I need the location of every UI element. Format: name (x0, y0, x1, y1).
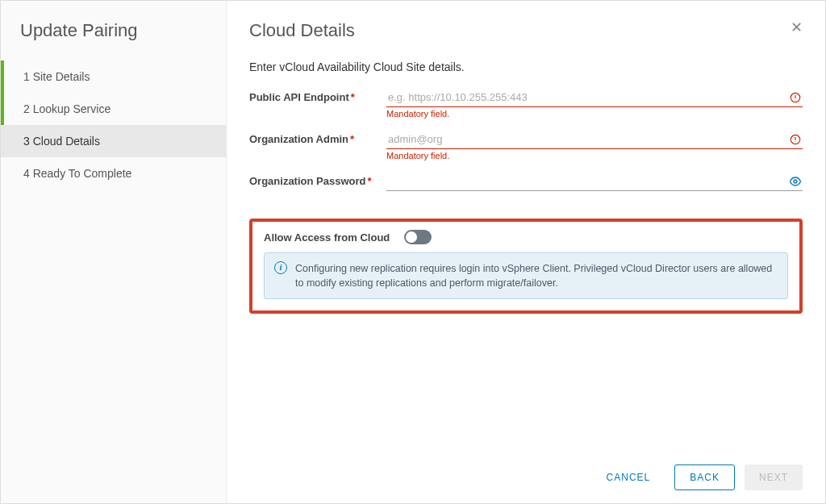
organization-admin-input[interactable] (386, 130, 788, 148)
organization-password-input[interactable] (386, 172, 788, 190)
allow-access-toggle[interactable] (404, 230, 432, 244)
info-icon: i (274, 261, 287, 274)
required-marker: * (350, 133, 354, 145)
step-cloud-details[interactable]: 3 Cloud Details (1, 125, 226, 157)
wizard-main: Cloud Details ✕ Enter vCloud Availabilit… (227, 1, 825, 503)
back-button[interactable]: BACK (674, 464, 735, 490)
close-icon: ✕ (791, 19, 803, 35)
info-box: i Configuring new replication requires l… (264, 252, 788, 299)
field-organization-password (386, 172, 803, 191)
close-button[interactable]: ✕ (791, 20, 803, 35)
allow-access-label: Allow Access from Cloud (264, 231, 390, 244)
svg-point-2 (795, 99, 795, 100)
error-message-endpoint: Mandatory field. (386, 109, 803, 119)
error-icon (788, 90, 803, 105)
info-message: Configuring new replication requires log… (295, 261, 778, 290)
wizard-modal: Update Pairing 1 Site Details 2 Lookup S… (0, 0, 826, 504)
step-lookup-service[interactable]: 2 Lookup Service (1, 93, 226, 125)
wizard-sidebar: Update Pairing 1 Site Details 2 Lookup S… (1, 1, 227, 503)
required-marker: * (351, 91, 355, 103)
main-header: Cloud Details ✕ (249, 20, 803, 60)
label-organization-password: Organization Password* (249, 172, 386, 187)
field-public-api-endpoint: Mandatory field. (386, 88, 803, 119)
row-organization-password: Organization Password* (249, 172, 803, 207)
show-password-button[interactable] (788, 174, 803, 189)
row-organization-admin: Organization Admin* Mandatory field. (249, 130, 803, 165)
allow-access-highlight: Allow Access from Cloud i Configuring ne… (249, 219, 803, 314)
label-organization-admin: Organization Admin* (249, 130, 386, 145)
error-icon (788, 132, 803, 147)
cancel-button[interactable]: CANCEL (592, 464, 665, 490)
step-site-details[interactable]: 1 Site Details (1, 60, 226, 93)
svg-point-5 (795, 141, 795, 142)
allow-access-row: Allow Access from Cloud (264, 230, 788, 244)
wizard-steps: 1 Site Details 2 Lookup Service 3 Cloud … (1, 60, 226, 190)
public-api-endpoint-input[interactable] (386, 88, 788, 106)
svg-point-6 (794, 180, 797, 183)
row-public-api-endpoint: Public API Endpoint* Mandatory field. (249, 88, 803, 123)
step-ready-to-complete[interactable]: 4 Ready To Complete (1, 157, 226, 190)
error-message-admin: Mandatory field. (386, 151, 803, 160)
page-intro: Enter vCloud Availability Cloud Site det… (249, 60, 803, 73)
next-button: NEXT (745, 464, 803, 490)
field-organization-admin: Mandatory field. (386, 130, 803, 160)
wizard-title: Update Pairing (1, 20, 226, 60)
required-marker: * (367, 175, 371, 187)
toggle-knob (406, 231, 417, 243)
label-public-api-endpoint: Public API Endpoint* (249, 88, 386, 103)
page-title: Cloud Details (249, 20, 355, 41)
wizard-footer: CANCEL BACK NEXT (249, 455, 803, 490)
